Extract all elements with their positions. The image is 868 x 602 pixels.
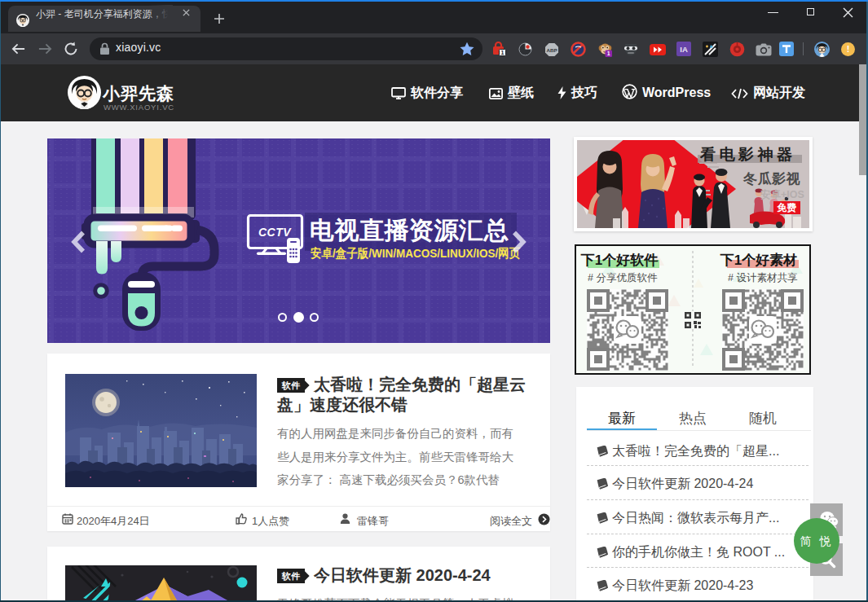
svg-text:ABP: ABP: [546, 47, 557, 53]
svg-text:IA: IA: [680, 45, 688, 54]
svg-text:1: 1: [607, 51, 610, 56]
svg-text:CCTV: CCTV: [258, 226, 292, 239]
svg-text:1: 1: [501, 50, 504, 55]
